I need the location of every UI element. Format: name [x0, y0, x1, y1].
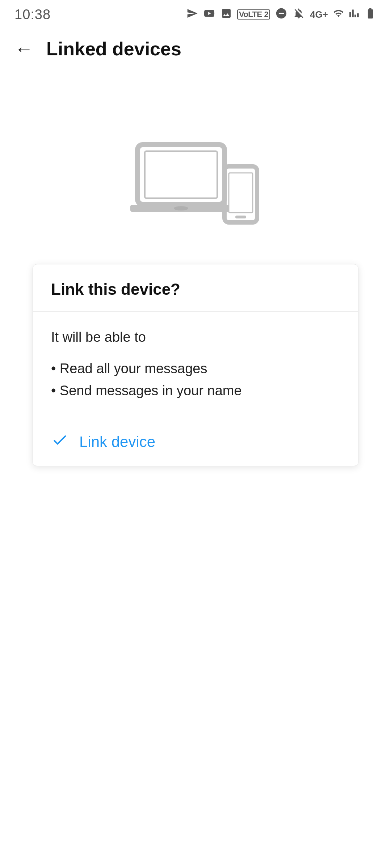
- check-icon: [51, 431, 68, 453]
- page-title: Linked devices: [46, 38, 181, 60]
- app-bar: ← Linked devices: [0, 29, 391, 69]
- battery-icon: [364, 7, 377, 22]
- dnd-icon: [275, 7, 287, 22]
- svg-rect-6: [235, 216, 246, 218]
- devices-illustration: [127, 134, 264, 235]
- svg-rect-1: [145, 151, 217, 198]
- svg-rect-5: [229, 173, 253, 213]
- dialog-intro-text: It will be able to: [51, 328, 340, 347]
- dialog-bullets: • Read all your messages• Send messages …: [51, 358, 340, 402]
- svg-point-3: [174, 206, 188, 210]
- dialog-card: Link this device? It will be able to • R…: [33, 264, 358, 466]
- back-button[interactable]: ←: [14, 39, 33, 58]
- signal-strength-icon: [333, 8, 344, 21]
- link-device-button[interactable]: Link device: [79, 433, 155, 451]
- volte-icon: VoLTE 2: [237, 9, 270, 20]
- status-time: 10:38: [14, 7, 51, 22]
- status-icons: VoLTE 2 4G+: [186, 7, 377, 22]
- signal-bars-icon: [349, 8, 359, 21]
- dialog-title: Link this device?: [51, 280, 180, 298]
- dialog-header: Link this device?: [33, 264, 358, 312]
- navigation-icon: [186, 8, 198, 22]
- link-device-action[interactable]: Link device: [33, 418, 358, 466]
- youtube-icon: [203, 7, 215, 22]
- status-bar: 10:38 VoLTE 2 4G+: [0, 0, 391, 29]
- mute-icon: [293, 7, 305, 22]
- dialog-body: It will be able to • Read all your messa…: [33, 312, 358, 418]
- image-icon: [220, 8, 232, 22]
- 4g-icon: 4G+: [310, 9, 328, 20]
- main-content: Link this device? It will be able to • R…: [0, 69, 391, 466]
